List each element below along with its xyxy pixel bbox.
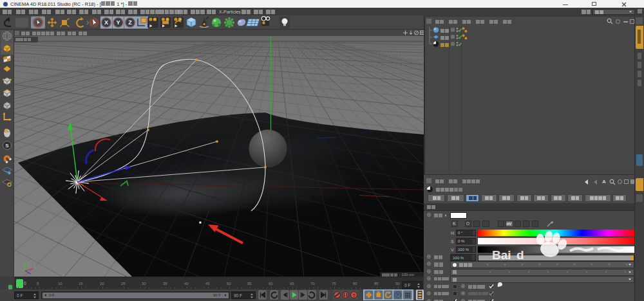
svg-text:d: d xyxy=(516,248,524,262)
svg-text:Bai: Bai xyxy=(492,248,511,262)
